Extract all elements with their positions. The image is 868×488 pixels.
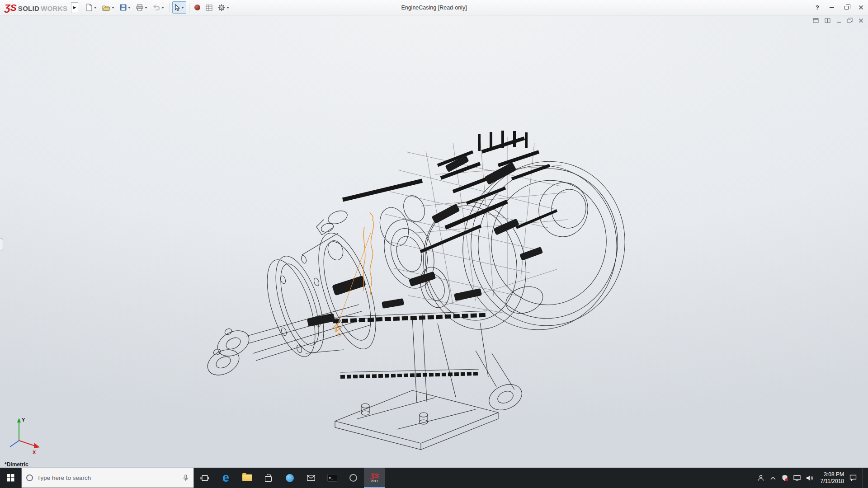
save-button[interactable] bbox=[118, 1, 133, 14]
command-prompt-button[interactable]: >_ bbox=[321, 468, 343, 488]
undo-icon bbox=[153, 5, 160, 11]
dropdown-caret-icon[interactable] bbox=[94, 7, 97, 9]
document-title: EngineCasing [Read-only] bbox=[401, 5, 467, 11]
save-floppy-icon bbox=[120, 4, 127, 11]
window-controls: ? bbox=[810, 0, 868, 15]
solidworks-app: ƷS SOLIDWORKS ▶ bbox=[0, 0, 868, 488]
taskbar-search-input[interactable] bbox=[37, 474, 179, 481]
select-cursor-icon bbox=[175, 4, 180, 11]
microphone-icon[interactable] bbox=[183, 474, 189, 482]
action-center-icon[interactable] bbox=[849, 474, 857, 481]
clock-time: 3:08 PM bbox=[824, 471, 844, 478]
network-display-icon[interactable] bbox=[793, 475, 801, 481]
edge-browser-button[interactable]: e bbox=[215, 468, 236, 488]
task-view-button[interactable] bbox=[194, 468, 215, 488]
globe-icon bbox=[286, 474, 294, 482]
terminal-icon: >_ bbox=[327, 474, 337, 482]
doc-restore-icon[interactable] bbox=[847, 18, 853, 23]
triad-y-label: Y bbox=[22, 417, 25, 422]
show-desktop-button[interactable] bbox=[862, 468, 864, 488]
minimize-icon bbox=[830, 7, 834, 8]
mail-envelope-icon bbox=[307, 475, 315, 481]
design-table-button[interactable] bbox=[203, 1, 215, 14]
minimize-button[interactable] bbox=[825, 0, 839, 15]
triad-x-label: X bbox=[33, 450, 36, 455]
clock-date: 7/11/2018 bbox=[821, 478, 844, 485]
solidworks-logo: ƷS SOLIDWORKS bbox=[5, 3, 67, 12]
edge-icon: e bbox=[222, 472, 229, 484]
chevron-up-icon[interactable] bbox=[770, 476, 776, 480]
task-view-icon bbox=[200, 474, 209, 482]
taskbar-search[interactable] bbox=[21, 468, 194, 488]
close-icon bbox=[859, 5, 863, 10]
people-icon[interactable] bbox=[757, 474, 764, 481]
design-table-icon bbox=[206, 5, 212, 11]
print-button[interactable] bbox=[134, 1, 150, 14]
doc-minimize-icon[interactable] bbox=[836, 18, 841, 23]
volume-icon[interactable] bbox=[806, 475, 813, 481]
view-orientation-label: *Dimetric bbox=[5, 461, 28, 468]
folder-icon bbox=[242, 474, 252, 481]
browser-globe-button[interactable] bbox=[279, 468, 300, 488]
taskbar-clock[interactable]: 3:08 PM 7/11/2018 bbox=[819, 471, 844, 485]
mail-button[interactable] bbox=[300, 468, 321, 488]
store-button[interactable] bbox=[258, 468, 279, 488]
options-button[interactable] bbox=[216, 1, 231, 14]
toolbar-separator bbox=[169, 3, 170, 12]
dropdown-caret-icon[interactable] bbox=[145, 7, 147, 9]
solidworks-taskbar-button[interactable]: ƷS 2017 bbox=[364, 468, 385, 488]
reference-triad: Y X bbox=[5, 414, 47, 456]
new-document-icon bbox=[86, 4, 93, 11]
dropdown-caret-icon[interactable] bbox=[112, 7, 114, 9]
start-button[interactable] bbox=[0, 468, 21, 488]
window-arrange-icon[interactable] bbox=[813, 18, 819, 23]
appearance-sphere-icon bbox=[194, 5, 200, 10]
toolbar-separator bbox=[189, 3, 189, 12]
print-icon bbox=[136, 4, 143, 11]
close-button[interactable] bbox=[854, 0, 868, 15]
graphics-viewport[interactable]: Y X *Dimetric bbox=[0, 15, 868, 468]
open-button[interactable] bbox=[100, 1, 117, 14]
circle-app-icon bbox=[349, 474, 357, 482]
document-window-controls bbox=[813, 18, 863, 23]
brand-text-works: WORKS bbox=[41, 5, 67, 12]
flyout-arrow-icon: ▶ bbox=[73, 5, 76, 9]
help-button[interactable]: ? bbox=[810, 0, 825, 15]
shopping-bag-icon bbox=[265, 476, 272, 482]
system-tray: 3:08 PM 7/11/2018 bbox=[754, 468, 868, 488]
cad-model[interactable] bbox=[0, 15, 868, 468]
gear-icon bbox=[218, 4, 225, 11]
open-folder-icon bbox=[102, 5, 110, 11]
undo-button[interactable] bbox=[151, 1, 166, 14]
restore-icon bbox=[844, 6, 849, 9]
window-split-icon[interactable] bbox=[825, 18, 830, 23]
restore-button[interactable] bbox=[839, 0, 854, 15]
quick-access-toolbar bbox=[84, 1, 231, 14]
dropdown-caret-icon[interactable] bbox=[226, 7, 229, 9]
windows-logo-icon bbox=[7, 474, 14, 482]
cortana-icon bbox=[26, 474, 33, 481]
file-explorer-button[interactable] bbox=[236, 468, 258, 488]
app-circle-button[interactable] bbox=[343, 468, 364, 488]
feature-tree-collapse-tab[interactable] bbox=[0, 239, 3, 250]
windows-taskbar: e >_ ƷS 2017 3:08 PM 7/11/2018 bbox=[0, 468, 868, 488]
security-shield-icon[interactable] bbox=[782, 474, 788, 481]
dropdown-caret-icon[interactable] bbox=[161, 7, 164, 9]
title-bar: ƷS SOLIDWORKS ▶ bbox=[0, 0, 868, 15]
doc-close-icon[interactable] bbox=[859, 18, 863, 23]
appearance-button[interactable] bbox=[192, 1, 203, 14]
dropdown-caret-icon[interactable] bbox=[181, 7, 184, 9]
select-tool-button[interactable] bbox=[172, 1, 186, 14]
menu-flyout-arrow[interactable]: ▶ bbox=[71, 2, 78, 13]
brand-text-solid: SOLID bbox=[18, 5, 39, 12]
new-document-button[interactable] bbox=[84, 1, 99, 14]
solidworks-2017-icon: ƷS 2017 bbox=[370, 472, 379, 483]
solidworks-logo-icon: ƷS bbox=[5, 3, 17, 12]
dropdown-caret-icon[interactable] bbox=[128, 7, 131, 9]
